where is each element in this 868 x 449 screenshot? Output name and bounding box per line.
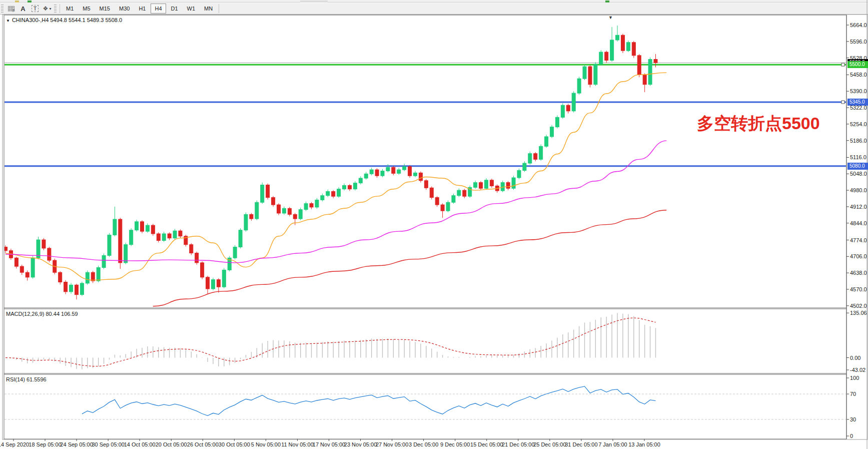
candle-body	[321, 196, 324, 200]
candle-body	[648, 60, 652, 85]
price-tick-label: 4980.0	[850, 187, 867, 193]
symbol-dropdown-icon[interactable]: ▼	[6, 19, 10, 23]
candle-body	[108, 235, 111, 255]
candle-body	[195, 253, 199, 263]
candle-body	[359, 178, 362, 183]
candle-body	[364, 174, 368, 178]
candle-body	[457, 190, 461, 196]
date-tick-label: 25 Dec 05:00	[533, 441, 566, 447]
candle-body	[392, 167, 395, 173]
candle-body	[244, 214, 248, 230]
candle-body	[348, 185, 351, 189]
candle-body	[419, 173, 422, 180]
price-tick-label: 5186.0	[850, 138, 867, 144]
hline-5080-tag: 5080.0	[847, 163, 868, 170]
candle-body	[173, 231, 177, 238]
rsi-tick-label: 70	[850, 391, 856, 397]
date-tick-label: 27 Nov 05:00	[376, 441, 408, 447]
candle-body	[266, 185, 270, 197]
candle-body	[315, 200, 319, 207]
candle-body	[282, 208, 286, 213]
candle-body	[310, 204, 313, 207]
candle-body	[561, 105, 564, 117]
candle-body	[626, 43, 630, 51]
chart-canvas[interactable]	[0, 0, 868, 449]
chart-title-bar[interactable]: ▼CHINA300-,H4 5494.8 5544.1 5489.3 5508.…	[6, 17, 122, 23]
candle-body	[86, 272, 89, 283]
candle-body	[370, 170, 373, 174]
price-tick-label: 5116.0	[850, 154, 866, 160]
date-tick-label: 18 Sep 05:00	[29, 441, 61, 447]
candle-body	[48, 248, 51, 260]
price-tick-label: 4570.0	[850, 286, 867, 292]
candle-body	[637, 56, 641, 75]
candle-body	[304, 204, 308, 210]
candle-body	[70, 285, 73, 292]
candle-body	[381, 171, 384, 176]
candle-body	[397, 170, 401, 173]
candle-body	[64, 282, 68, 292]
date-tick-label: 21 Dec 05:00	[502, 441, 534, 447]
candle-body	[605, 52, 608, 60]
rsi-tick-label: 100	[850, 375, 859, 381]
hline-5345-handle[interactable]	[841, 101, 844, 104]
chart-shift-marker-icon[interactable]: ▼	[608, 15, 613, 20]
candle-body	[119, 219, 122, 263]
candle-body	[534, 154, 537, 160]
candle-body	[506, 183, 510, 189]
macd-tick-label: 0.00	[850, 355, 860, 361]
price-tick-label: 5458.0	[850, 72, 867, 78]
macd-tick-label: -43.02	[850, 367, 865, 373]
price-tick-label: 4638.0	[850, 270, 867, 276]
candle-body	[386, 167, 390, 171]
candle-body	[206, 277, 210, 289]
candle-body	[288, 208, 291, 214]
candle-body	[490, 180, 493, 186]
candle-body	[583, 67, 586, 79]
hline-5500-handle[interactable]	[841, 63, 844, 66]
date-tick-label: 31 Dec 05:00	[565, 441, 597, 447]
candle-body	[654, 60, 657, 63]
date-tick-label: 9 Dec 05:00	[440, 441, 470, 447]
candle-body	[545, 137, 548, 146]
macd-indicator-label: MACD(12,26,9) 80.44 106.59	[6, 311, 78, 317]
candle-body	[555, 117, 559, 127]
candle-body	[523, 163, 526, 170]
date-tick-label: 14 Sep 2020	[0, 441, 29, 447]
plot-frame	[4, 15, 846, 439]
candle-body	[643, 75, 646, 84]
candle-body	[250, 214, 253, 219]
candle-body	[59, 272, 62, 282]
candle-body	[42, 240, 46, 248]
symbol-ohlc-text: CHINA300-,H4 5494.8 5544.1 5489.3 5508.0	[12, 17, 122, 23]
candle-body	[566, 105, 570, 111]
candle-body	[621, 35, 624, 51]
candle-body	[550, 127, 554, 137]
price-tick-label: 4774.0	[850, 237, 867, 243]
candle-body	[168, 234, 171, 238]
hline-5345-tag: 5345.0	[847, 99, 868, 106]
candle-body	[80, 283, 84, 295]
candle-body	[512, 178, 515, 188]
candle-body	[272, 198, 275, 205]
candle-body	[632, 43, 635, 56]
candle-body	[293, 214, 297, 219]
candle-body	[124, 245, 128, 263]
candle-body	[484, 180, 488, 188]
candle-body	[113, 219, 117, 235]
candle-body	[211, 280, 215, 289]
rsi-tick-label: 30	[850, 416, 856, 422]
date-tick-label: 7 Jan 05:00	[598, 441, 627, 447]
candle-body	[403, 167, 406, 170]
price-tick-label: 5390.0	[850, 88, 867, 94]
candle-body	[517, 171, 521, 178]
date-tick-label: 24 Sep 05:00	[60, 441, 93, 447]
price-tick-label: 5664.0	[850, 22, 867, 28]
candle-body	[424, 181, 428, 188]
candle-body	[217, 280, 220, 287]
candle-body	[474, 183, 477, 188]
date-tick-label: 5 Nov 05:00	[251, 441, 281, 447]
chart-annotation-text[interactable]: 多空转折点5500	[697, 112, 820, 135]
date-tick-label: 20 Oct 05:00	[156, 441, 187, 447]
price-tick-label: 4912.0	[850, 204, 867, 210]
